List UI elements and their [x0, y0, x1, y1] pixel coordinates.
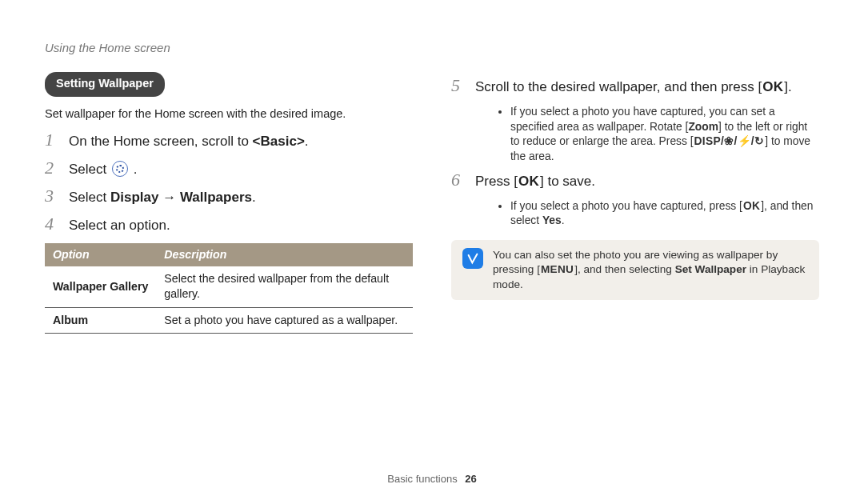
- step-number: 2: [45, 159, 59, 179]
- step-6: 6 Press [OK] to save.: [451, 171, 819, 191]
- note-text: You can also set the photo you are viewi…: [493, 248, 808, 292]
- ok-key-label: OK: [518, 173, 540, 191]
- option-desc: Set a photo you have captured as a wallp…: [156, 307, 413, 333]
- table-header-description: Description: [156, 243, 413, 266]
- manual-page: Using the Home screen Setting Wallpaper …: [0, 0, 864, 504]
- options-table: Option Description Wallpaper Gallery Sel…: [45, 243, 413, 334]
- step-4: 4 Select an option.: [45, 215, 413, 235]
- yes-label: Yes: [542, 214, 562, 226]
- step-text: .: [134, 162, 138, 177]
- zoom-key-label: Zoom: [688, 121, 718, 133]
- table-row: Wallpaper Gallery Select the desired wal…: [45, 266, 413, 307]
- step-text: Select: [69, 162, 110, 177]
- table-header-option: Option: [45, 243, 156, 266]
- info-icon: [462, 248, 483, 269]
- step-text: Select: [69, 190, 110, 205]
- option-name: Wallpaper Gallery: [45, 266, 156, 307]
- step-text: Select an option.: [69, 215, 170, 235]
- step-number: 1: [45, 131, 59, 151]
- steps-list-right: 5 Scroll to the desired wallpaper, and t…: [451, 77, 819, 97]
- bullet-text: If you select a photo you have captured,…: [510, 200, 742, 212]
- step-number: 3: [45, 187, 59, 207]
- direction-keys-label: DISP/❀/⚡/↻: [694, 134, 766, 150]
- page-footer: Basic functions 26: [0, 472, 864, 486]
- option-name: Album: [45, 307, 156, 333]
- table-row: Album Set a photo you have captured as a…: [45, 307, 413, 333]
- step-text: ] to save.: [540, 174, 595, 189]
- step-bold: <Basic>: [253, 134, 305, 149]
- step-1: 1 On the Home screen, scroll to <Basic>.: [45, 131, 413, 151]
- menu-key-label: MENU: [540, 262, 574, 277]
- right-column: 5 Scroll to the desired wallpaper, and t…: [451, 72, 819, 334]
- footer-section-name: Basic functions: [387, 473, 457, 485]
- option-desc: Select the desired wallpaper from the de…: [156, 266, 413, 307]
- steps-list-right-2: 6 Press [OK] to save.: [451, 171, 819, 191]
- bullet-text: .: [562, 214, 565, 226]
- set-wallpaper-label: Set Wallpaper: [675, 263, 746, 275]
- list-item: If you select a photo you have captured,…: [510, 199, 819, 229]
- step-5: 5 Scroll to the desired wallpaper, and t…: [451, 77, 819, 97]
- breadcrumb: Using the Home screen: [45, 40, 819, 56]
- steps-list-left: 1 On the Home screen, scroll to <Basic>.…: [45, 131, 413, 235]
- step-text: ].: [784, 79, 791, 94]
- step-text: On the Home screen, scroll to: [69, 134, 253, 149]
- section-intro: Set wallpaper for the Home screen with t…: [45, 106, 413, 122]
- step-number: 5: [451, 77, 466, 97]
- step-2: 2 Select .: [45, 159, 413, 179]
- ok-key-label: OK: [762, 78, 784, 97]
- page-number: 26: [465, 473, 476, 485]
- list-item: If you select a photo you have captured,…: [510, 105, 819, 165]
- step-text: Press [: [475, 174, 518, 189]
- ok-key-label: OK: [742, 199, 761, 214]
- step-text: .: [252, 190, 256, 205]
- info-note-box: You can also set the photo you are viewi…: [451, 240, 819, 300]
- step-6-bullets: If you select a photo you have captured,…: [478, 199, 819, 229]
- step-5-bullets: If you select a photo you have captured,…: [478, 105, 819, 165]
- step-number: 4: [45, 215, 59, 235]
- step-bold: Display → Wallpapers: [110, 190, 252, 205]
- step-number: 6: [451, 171, 466, 191]
- step-3: 3 Select Display → Wallpapers.: [45, 187, 413, 207]
- left-column: Setting Wallpaper Set wallpaper for the …: [45, 72, 413, 334]
- step-text: .: [305, 134, 309, 149]
- section-heading-pill: Setting Wallpaper: [45, 72, 165, 97]
- two-column-layout: Setting Wallpaper Set wallpaper for the …: [45, 72, 819, 334]
- settings-gear-icon: [112, 161, 128, 177]
- step-text: Scroll to the desired wallpaper, and the…: [475, 79, 762, 94]
